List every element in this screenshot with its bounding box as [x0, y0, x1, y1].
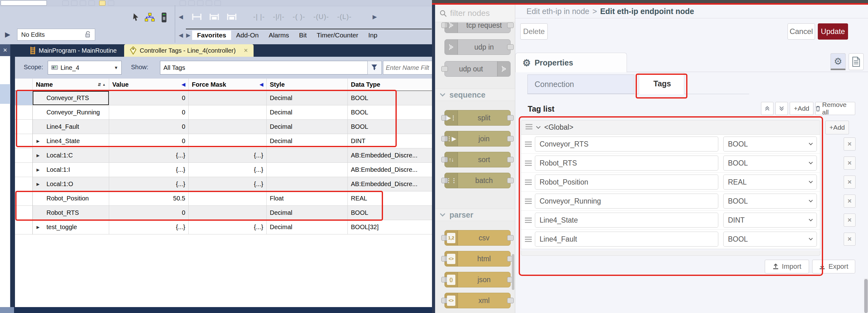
column-header-force-mask[interactable]: Force Mask◀ [189, 79, 267, 90]
table-row[interactable]: Robot_Position50.5FloatREAL [15, 191, 434, 206]
row-header-cell[interactable] [15, 91, 33, 105]
expand-arrow-icon[interactable]: ▶ [36, 167, 40, 172]
row-header-cell[interactable] [15, 191, 33, 206]
toolbar-mini-icon[interactable] [80, 1, 86, 6]
data-type-cell[interactable]: BOOL [348, 91, 434, 105]
tag-value-cell[interactable]: {...} [109, 220, 189, 234]
data-type-cell[interactable]: AB:Embedded_Discre... [348, 148, 434, 163]
column-header-name[interactable]: Name ⇵ ▲ [33, 79, 109, 90]
tag-value-cell[interactable]: 0 [109, 120, 189, 134]
window-divider[interactable] [432, 0, 435, 313]
expand-arrow-icon[interactable]: ▶ [36, 153, 40, 158]
row-header-cell[interactable] [15, 220, 33, 234]
unlock-icon[interactable] [85, 31, 91, 38]
style-cell[interactable]: Decimal [267, 220, 348, 234]
data-type-cell[interactable]: AB:Embedded_Discre... [348, 163, 434, 177]
palette-node-sort[interactable]: ↑↓sort [444, 152, 510, 167]
add-tag-button[interactable]: +Add [790, 102, 813, 115]
ribbon-tab-alarms[interactable]: Alarms [264, 31, 294, 40]
force-mask-cell[interactable] [189, 134, 267, 148]
name-filter-input[interactable] [383, 61, 433, 74]
force-mask-cell[interactable] [189, 91, 267, 105]
palette-scrollbar[interactable] [512, 254, 514, 290]
drag-handle-icon[interactable] [525, 198, 532, 205]
palette-node-json[interactable]: {}json [444, 272, 510, 287]
remove-tag-button[interactable]: × [844, 232, 856, 246]
drag-handle-icon[interactable] [525, 180, 532, 186]
dialog-scrollbar-thumb[interactable] [864, 279, 868, 313]
tab-main-routine[interactable]: MainProgram - MainRoutine [24, 44, 122, 57]
force-mask-cell[interactable] [189, 191, 267, 206]
toolbar-mini-icon[interactable] [108, 1, 114, 6]
style-cell[interactable]: Decimal [267, 105, 348, 120]
close-tab-icon[interactable]: × [244, 46, 248, 55]
table-row[interactable]: ▶Line4_State0DecimalDINT [15, 134, 434, 148]
column-header-style[interactable]: Style [267, 79, 348, 90]
row-header-cell[interactable] [15, 177, 33, 191]
style-cell[interactable]: Float [267, 191, 348, 206]
table-row[interactable]: ▶Local:1:O{...}{...}AB:Embedded_Discre..… [15, 177, 434, 191]
tab-controller-tags[interactable]: Controller Tags - Line_4(controller) × [124, 44, 253, 57]
data-type-cell[interactable]: BOOL[32] [348, 220, 434, 234]
tag-name-input[interactable] [535, 231, 718, 247]
tag-name-cell[interactable]: ▶Local:1:O [33, 177, 109, 191]
export-button[interactable]: Export [812, 260, 855, 273]
palette-category-sequence[interactable]: sequence [435, 89, 515, 101]
rung-branch-icon[interactable] [209, 13, 220, 21]
tag-name-cell[interactable]: ▶Local:1:I [33, 163, 109, 177]
row-header-cell[interactable] [15, 163, 33, 177]
ladder-op-icon[interactable]: -(L)- [337, 13, 352, 21]
ribbon-tab-addon[interactable]: Add-On [231, 31, 264, 40]
rung-branch-level-icon[interactable] [226, 13, 237, 21]
ladder-op-icon[interactable]: -(U)- [313, 13, 329, 21]
palette-node-join[interactable]: ⋮▶join [444, 131, 510, 147]
tag-name-input[interactable] [535, 213, 718, 227]
column-header-data-type[interactable]: Data Type [348, 79, 434, 90]
tag-value-cell[interactable]: {...} [109, 163, 189, 177]
remove-tag-button[interactable]: × [844, 137, 856, 151]
palette-category-parser[interactable]: parser [435, 209, 515, 221]
data-type-cell[interactable]: REAL [348, 191, 434, 206]
data-type-cell[interactable]: BOOL [348, 105, 434, 120]
tag-name-cell[interactable]: ▶Line4_State [33, 134, 109, 148]
tabs-scroll-left-icon[interactable]: ◀ [177, 32, 185, 39]
expand-arrow-icon[interactable]: ▶ [36, 139, 40, 144]
force-mask-cell[interactable] [189, 206, 267, 220]
toolbar-mini-icon[interactable] [71, 1, 78, 6]
tag-name-cell[interactable]: ▶Local:1:C [33, 148, 109, 163]
force-mask-cell[interactable]: {...} [189, 163, 267, 177]
ladder-op-icon[interactable]: -| |- [253, 13, 265, 21]
filter-funnel-button[interactable] [367, 61, 382, 74]
data-type-cell[interactable]: BOOL [348, 206, 434, 220]
update-button[interactable]: Update [818, 23, 848, 40]
edits-dropdown-arrow[interactable]: ▶ [5, 31, 10, 39]
ribbon-tab-favorites[interactable]: Favorites [192, 31, 231, 40]
column-header-value[interactable]: Value◀ [109, 79, 189, 90]
tag-type-select[interactable]: DINT [723, 213, 817, 227]
move-up-button[interactable] [761, 102, 774, 115]
remove-tag-button[interactable]: × [844, 194, 856, 208]
table-row[interactable]: ▶Local:1:I{...}{...}AB:Embedded_Discre..… [15, 163, 434, 177]
tab-tags[interactable]: Tags [639, 73, 684, 94]
tag-name-cell[interactable]: ▶test_toggle [33, 220, 109, 234]
data-type-cell[interactable]: DINT [348, 134, 434, 148]
delete-button[interactable]: Delete [520, 23, 548, 40]
import-button[interactable]: Import [765, 260, 809, 273]
drag-handle-icon[interactable] [525, 218, 532, 224]
tag-value-cell[interactable]: {...} [109, 177, 189, 191]
toolbar-mini-icon[interactable] [188, 1, 195, 6]
toolbar-mini-icon[interactable] [62, 1, 69, 6]
palette-search[interactable]: filter nodes [435, 5, 515, 22]
tag-value-cell[interactable]: 0 [109, 134, 189, 148]
row-header-cell[interactable] [15, 105, 33, 120]
tag-name-cell[interactable]: Conveyor_Running [33, 105, 109, 120]
drag-handle-icon[interactable] [525, 237, 532, 243]
toolbar-mini-icon[interactable] [99, 1, 105, 6]
tag-name-cell[interactable]: Robot_RTS [33, 206, 109, 220]
tag-value-cell[interactable]: 0 [109, 206, 189, 220]
tag-type-select[interactable]: BOOL [723, 231, 817, 247]
style-cell[interactable] [267, 177, 348, 191]
rung-icon[interactable] [191, 13, 202, 21]
palette-node-udp-out[interactable]: udp out [444, 61, 510, 77]
row-header-cell[interactable] [15, 206, 33, 220]
